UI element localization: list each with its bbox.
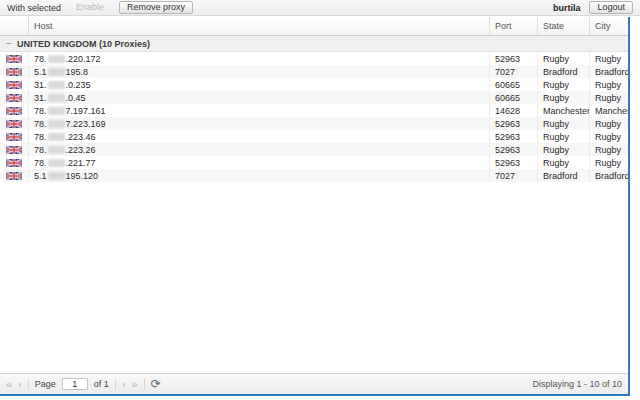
state-cell: Bradford [537, 169, 589, 182]
group-row-united-kingdom[interactable]: − UNITED KINGDOM (10 Proxies) [0, 36, 628, 52]
refresh-icon[interactable]: ⟳ [151, 378, 161, 390]
proxy-row[interactable]: 31..0.4560665RugbyRugby [0, 91, 628, 104]
city-cell: Bradford [589, 65, 628, 78]
column-header-state[interactable]: State [537, 17, 589, 35]
uk-flag-icon [0, 52, 28, 65]
host-cell: 5.1195.8 [28, 65, 489, 78]
state-cell: Rugby [537, 52, 589, 65]
proxy-row[interactable]: 78..223.4652963RugbyRugby [0, 130, 628, 143]
city-cell: Rugby [589, 117, 628, 130]
host-cell: 31..0.45 [28, 91, 489, 104]
uk-flag-icon [0, 65, 28, 78]
port-cell: 52963 [489, 156, 537, 169]
redacted-ip-segment [48, 94, 65, 102]
redacted-ip-segment [48, 55, 65, 63]
host-cell: 78..220.172 [28, 52, 489, 65]
host-suffix: .220.172 [66, 54, 101, 64]
proxy-row[interactable]: 78..223.2652963RugbyRugby [0, 143, 628, 156]
page-of-label: of 1 [94, 379, 109, 389]
pager-divider [144, 379, 145, 390]
city-cell: Manchester [589, 104, 628, 117]
state-cell: Rugby [537, 78, 589, 91]
host-prefix: 78. [34, 119, 47, 129]
city-cell: Bradford [589, 169, 628, 182]
redacted-ip-segment [48, 159, 65, 167]
host-prefix: 5.1 [34, 171, 47, 181]
uk-flag-icon [0, 143, 28, 156]
uk-flag-icon [0, 169, 28, 182]
host-suffix: .0.235 [66, 80, 91, 90]
city-cell: Rugby [589, 52, 628, 65]
uk-flag-icon [0, 117, 28, 130]
logout-button[interactable]: Logout [589, 1, 633, 14]
port-cell: 7027 [489, 65, 537, 78]
city-cell: Rugby [589, 78, 628, 91]
state-cell: Rugby [537, 156, 589, 169]
page-label: Page [35, 379, 56, 389]
proxy-table-body: 78..220.17252963RugbyRugby5.1195.87027Br… [0, 52, 628, 182]
uk-flag-icon [0, 91, 28, 104]
uk-flag-icon [0, 156, 28, 169]
collapse-group-icon[interactable]: − [5, 40, 13, 48]
host-cell: 78..223.26 [28, 143, 489, 156]
port-cell: 14628 [489, 104, 537, 117]
host-prefix: 78. [34, 132, 47, 142]
port-cell: 52963 [489, 117, 537, 130]
uk-flag-icon [0, 104, 28, 117]
host-cell: 78.7.197.161 [28, 104, 489, 117]
proxy-row[interactable]: 5.1195.87027BradfordBradford [0, 65, 628, 78]
pager-divider [28, 379, 29, 390]
first-page-icon[interactable]: « [6, 379, 12, 390]
host-suffix: 195.120 [66, 171, 99, 181]
host-cell: 78..221.77 [28, 156, 489, 169]
host-suffix: .223.46 [66, 132, 96, 142]
state-cell: Rugby [537, 91, 589, 104]
redacted-ip-segment [48, 133, 65, 141]
state-cell: Rugby [537, 143, 589, 156]
proxy-row[interactable]: 78.7.223.16952963RugbyRugby [0, 117, 628, 130]
host-prefix: 78. [34, 106, 47, 116]
city-cell: Rugby [589, 156, 628, 169]
host-cell: 78.7.223.169 [28, 117, 489, 130]
with-selected-label: With selected [7, 3, 61, 13]
host-suffix: 7.197.161 [66, 106, 106, 116]
redacted-ip-segment [48, 172, 65, 180]
column-header-city[interactable]: City [589, 17, 628, 35]
redacted-ip-segment [48, 107, 65, 115]
pager-divider [115, 379, 116, 390]
proxy-row[interactable]: 31..0.23560665RugbyRugby [0, 78, 628, 91]
city-cell: Rugby [589, 130, 628, 143]
displaying-status: Displaying 1 - 10 of 10 [532, 379, 622, 389]
remove-proxy-button[interactable]: Remove proxy [119, 1, 193, 14]
top-toolbar: With selected Enable Remove proxy burtil… [0, 0, 640, 16]
port-cell: 52963 [489, 130, 537, 143]
proxy-row[interactable]: 5.1195.1207027BradfordBradford [0, 169, 628, 182]
port-cell: 7027 [489, 169, 537, 182]
uk-flag-icon [0, 130, 28, 143]
port-cell: 60665 [489, 78, 537, 91]
proxy-row[interactable]: 78..220.17252963RugbyRugby [0, 52, 628, 65]
state-cell: Rugby [537, 130, 589, 143]
host-cell: 5.1195.120 [28, 169, 489, 182]
proxy-row[interactable]: 78.7.197.16114628ManchesterManchester [0, 104, 628, 117]
host-prefix: 78. [34, 158, 47, 168]
host-prefix: 31. [34, 93, 47, 103]
enable-button[interactable]: Enable [68, 1, 112, 14]
city-cell: Rugby [589, 143, 628, 156]
host-suffix: .223.26 [66, 145, 96, 155]
grid-empty-area [0, 182, 628, 373]
next-page-icon[interactable]: › [122, 379, 126, 390]
column-header-port[interactable]: Port [489, 17, 537, 35]
column-header-host[interactable]: Host [28, 17, 489, 35]
city-cell: Rugby [589, 91, 628, 104]
host-suffix: 7.223.169 [66, 119, 106, 129]
host-prefix: 31. [34, 80, 47, 90]
uk-flag-icon [0, 78, 28, 91]
prev-page-icon[interactable]: ‹ [18, 379, 22, 390]
host-cell: 78..223.46 [28, 130, 489, 143]
state-cell: Rugby [537, 117, 589, 130]
proxy-row[interactable]: 78..221.7752963RugbyRugby [0, 156, 628, 169]
page-number-input[interactable] [62, 378, 88, 390]
group-label: UNITED KINGDOM (10 Proxies) [17, 39, 150, 49]
last-page-icon[interactable]: » [132, 379, 138, 390]
